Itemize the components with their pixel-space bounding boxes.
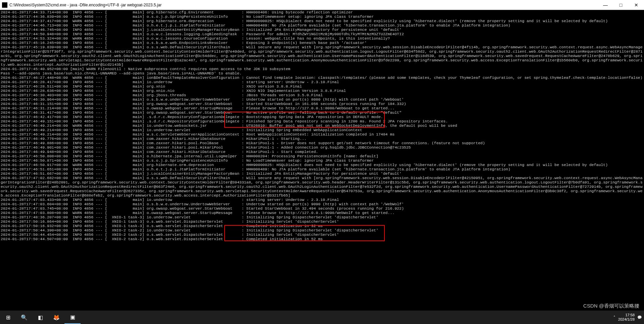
terminal-taskbar-icon[interactable]: ▣ [64, 311, 81, 324]
log-line: 2024-01-28T17:46:49.214+08:00 WARN 4856 … [1, 123, 643, 128]
log-line: 2024-01-28T17:46:51.651+08:00 INFO 4856 … [1, 167, 643, 171]
window-controls: — □ ✕ [598, 0, 644, 10]
log-line: 2024-01-28T17:44:50.948+08:00 INFO 4856 … [1, 32, 643, 36]
log-line: 2024-01-28T17:45:16.245+08:00 INFO 4856 … [1, 41, 643, 45]
maximize-button[interactable]: □ [613, 0, 629, 10]
taskbar: ⊞ 🔍 ◧ 🦊 ▣ ˄ 17:58 2024/1/28 💬 [0, 311, 644, 324]
log-line: 2024-01-28T17:48:36.207+08:00 INFO 4856 … [1, 215, 643, 219]
log-line: 2024-01-28T17:47:03.808+08:00 WARN 4856 … [1, 211, 643, 215]
log-line: 2024-01-28T17:50:16.864+08:00 INFO 4856 … [1, 219, 643, 224]
log-line: 2024-01-28T17:46:49.151+08:00 INFO 4856 … [1, 119, 643, 123]
log-line: 2024-01-28T17:46:28.636+08:00 INFO 4856 … [1, 89, 643, 93]
cmd-icon [2, 2, 7, 8]
tray-chevron-up-icon[interactable]: ˄ [613, 315, 615, 320]
clock-time: 17:58 [618, 313, 635, 317]
start-button[interactable]: ⊞ [0, 311, 16, 324]
log-line: 2024-01-28T17:46:50.917+08:00 WARN 4856 … [1, 163, 643, 167]
log-line: 2024-01-28T17:46:31.151+08:00 INFO 4856 … [1, 102, 643, 106]
log-line: 2024-01-28T17:47:03.745+08:00 INFO 4856 … [1, 206, 643, 211]
log-line: 2024-01-28T17:46:27.448+08:00 WARN 4856 … [1, 75, 643, 80]
log-line: 2024-01-28T17:46:49.214+08:00 INFO 4856 … [1, 132, 643, 137]
firefox-icon[interactable]: 🦊 [48, 311, 64, 324]
terminal-output[interactable]: 2024-01-28T17:44:33.714+08:00 INFO 4856 … [0, 10, 644, 252]
log-line: 2024-01-28T17:46:49.886+08:00 INFO 4856 … [1, 141, 643, 145]
log-line: 2024-01-28T17:46:30.964+08:00 INFO 4856 … [1, 97, 643, 102]
window-title: C:\Windows\System32\cmd.exe - java -Dfil… [9, 3, 598, 7]
log-line: 2024-01-28T17:46:51.667+08:00 INFO 4856 … [1, 171, 643, 176]
log-line: 2024-01-28T17:45:19.839+08:00 INFO 4856 … [1, 45, 643, 67]
taskview-icon[interactable]: ◧ [32, 311, 48, 324]
log-line: 2024-01-28T17:50:44.454+08:00 INFO 4856 … [1, 232, 643, 237]
log-line: 2024-01-28T17:46:50.808+08:00 INFO 4856 … [1, 154, 643, 158]
log-line: 2024-01-28T17:44:36.839+08:00 INFO 4856 … [1, 14, 643, 19]
clock-date: 2024/1/28 [618, 317, 635, 322]
log-line: 2024-01-28T17:46:49.776+08:00 INFO 4856 … [1, 137, 643, 141]
log-line: 2024-01-28T17:47:02.682+08:00 INFO 4856 … [1, 176, 643, 198]
log-line: 2024-01-28T17:46:50.871+08:00 INFO 4856 … [1, 158, 643, 163]
notification-icon[interactable]: 💬 [637, 315, 642, 320]
log-line: 2024-01-28T17:46:30.403+08:00 INFO 4856 … [1, 93, 643, 97]
clock[interactable]: 17:58 2024/1/28 [618, 313, 635, 322]
log-line: 2024-01-28T17:44:37.417+08:00 WARN 4856 … [1, 19, 643, 23]
search-icon[interactable]: 🔍 [16, 311, 32, 324]
window-titlebar: C:\Windows\System32\cmd.exe - java -Dfil… [0, 0, 644, 10]
log-line: 2024-01-28T17:44:53.324+08:00 WARN 4856 … [1, 36, 643, 41]
log-line: 2024-01-28T17:44:33.714+08:00 INFO 4856 … [1, 10, 643, 14]
log-line: 2024-01-28T17:44:46.745+08:00 INFO 4856 … [1, 28, 643, 32]
log-line: 2024-01-28T17:47:03.433+08:00 INFO 4856 … [1, 198, 643, 202]
log-line: 2024-01-28T17:46:28.511+08:00 INFO 4856 … [1, 84, 643, 89]
log-line: 2024-01-28T17:46:31.417+08:00 INFO 4856 … [1, 110, 643, 115]
log-line: 2024-01-28T17:50:44.507+08:00 INFO 4856 … [1, 237, 643, 241]
log-line: Pass '--add-opens java.base/sun.nio.ch=A… [1, 71, 643, 75]
log-line: 2024-01-28T17:45:40.952+08:00 [main] WAR… [1, 67, 643, 71]
log-line: 2024-01-28T17:46:42.417+08:00 INFO 4856 … [1, 115, 643, 119]
watermark-text: CSDN @香烟可以策略腰 [583, 303, 639, 309]
close-button[interactable]: ✕ [629, 0, 644, 10]
minimize-button[interactable]: — [598, 0, 613, 10]
log-line: 2024-01-28T17:46:49.948+08:00 INFO 4856 … [1, 150, 643, 154]
log-line: 2024-01-28T17:46:49.901+08:00 INFO 4856 … [1, 145, 643, 150]
log-line: 2024-01-28T17:50:16.932+08:00 INFO 4856 … [1, 224, 643, 228]
log-line: 2024-01-28T17:46:28.417+08:00 INFO 4856 … [1, 80, 643, 84]
log-line: 2024-01-28T17:50:44.390+08:00 INFO 4856 … [1, 228, 643, 232]
log-line: 2024-01-28T17:46:49.214+08:00 INFO 4856 … [1, 128, 643, 132]
system-tray: ˄ 17:58 2024/1/28 💬 [613, 313, 644, 322]
log-line: 2024-01-28T17:47:03.604+08:00 INFO 4856 … [1, 202, 643, 206]
log-line: 2024-01-28T17:46:31.214+08:00 INFO 4856 … [1, 106, 643, 110]
log-line: 2024-01-28T17:44:46.713+08:00 INFO 4856 … [1, 23, 643, 28]
